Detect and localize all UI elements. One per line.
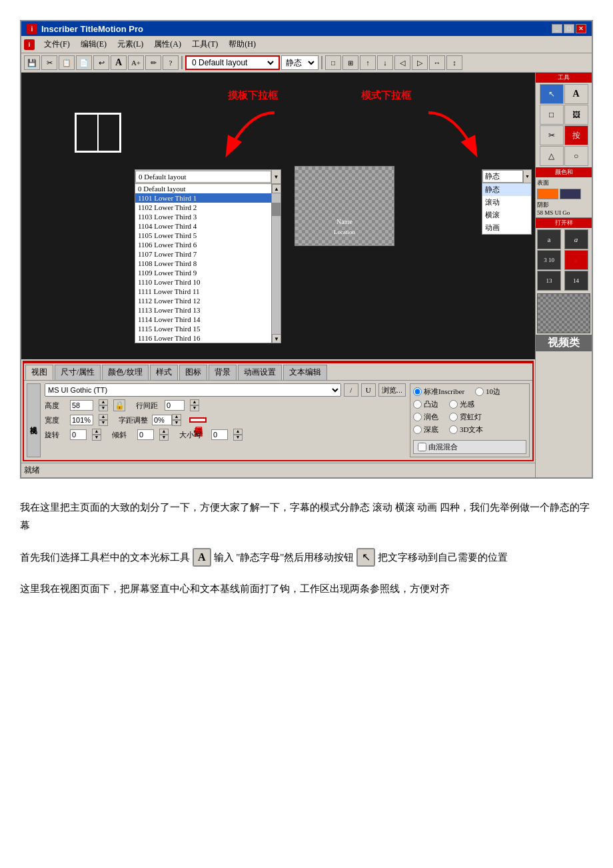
radio-standard[interactable] [413, 387, 422, 396]
font-item-a1[interactable]: a [537, 229, 561, 249]
align-up-btn[interactable]: ↑ [360, 55, 376, 70]
skew-input[interactable] [137, 429, 154, 440]
radio-polish[interactable] [413, 413, 422, 421]
rotate-input[interactable] [70, 429, 87, 440]
close-btn[interactable]: ✕ [576, 24, 586, 33]
tab-icon[interactable]: 图标 [179, 365, 207, 380]
font-item-num1[interactable]: 3 10 [537, 250, 561, 270]
list-item-1110[interactable]: 1110 Lower Third 10 [135, 277, 271, 287]
width-up[interactable]: ▲ [99, 414, 108, 420]
side-label[interactable]: 类视规格 [27, 383, 41, 457]
scrollbar-down[interactable]: ▼ [272, 334, 281, 343]
list-item-1111[interactable]: 1111 Lower Third 11 [135, 287, 271, 296]
tab-style[interactable]: 样式 [150, 365, 178, 380]
rect-tool[interactable]: □ [540, 105, 564, 125]
fullscreen-btn[interactable]: ⊞ [342, 55, 358, 70]
tool-btn-3b[interactable]: 按 [564, 125, 588, 145]
list-item-1104[interactable]: 1104 Lower Third 4 [135, 221, 271, 231]
height-down[interactable]: ▼ [99, 405, 108, 411]
menu-edit[interactable]: 编辑(E) [75, 37, 112, 51]
mode-hscroll[interactable]: 横滚 [482, 209, 531, 221]
menu-file[interactable]: 文件(F) [39, 37, 75, 51]
scrollbar-thumb[interactable] [272, 203, 281, 216]
height-up[interactable]: ▲ [99, 399, 108, 405]
tab-size[interactable]: 尺寸/属性 [55, 365, 101, 380]
mode-dropdown[interactable]: 静态 滚动 横滚 动画 [281, 55, 318, 70]
list-item-default[interactable]: 0 Default layout [135, 184, 271, 193]
radio-10edge[interactable] [475, 387, 484, 396]
align-down-btn[interactable]: ↓ [377, 55, 393, 70]
font-item-a2[interactable]: a [564, 229, 588, 249]
canvas-dropdown-arrow[interactable]: ▼ [271, 170, 281, 183]
mode-anim[interactable]: 动画 [482, 221, 531, 234]
text-format-btn[interactable]: A+ [128, 55, 144, 70]
case-input[interactable] [211, 429, 228, 440]
tab-anim[interactable]: 动画设置 [238, 365, 282, 380]
text-btn[interactable]: A [111, 55, 127, 70]
list-item-1105[interactable]: 1105 Lower Third 5 [135, 231, 271, 240]
undo-btn[interactable]: ↩ [93, 55, 109, 70]
rot-up[interactable]: ▲ [92, 429, 101, 435]
paste-btn[interactable]: 📄 [76, 55, 92, 70]
radio-dark[interactable] [413, 425, 422, 434]
font-item-red-a[interactable]: a [564, 250, 588, 270]
surface-swatch2[interactable] [560, 189, 581, 199]
list-item-1108[interactable]: 1108 Lower Third 8 [135, 259, 271, 268]
width-down[interactable]: ▼ [99, 420, 108, 426]
radio-convex[interactable] [413, 400, 422, 409]
sk-down[interactable]: ▼ [159, 435, 169, 441]
list-item-1101[interactable]: 1101 Lower Third 1 [135, 193, 271, 203]
canvas-dropdown-value[interactable]: 0 Default layout [135, 171, 271, 183]
surface-swatch[interactable] [537, 189, 558, 199]
font-item-num2[interactable]: 13 [537, 271, 561, 291]
ls-up[interactable]: ▲ [190, 399, 199, 405]
ls-down[interactable]: ▼ [190, 405, 199, 411]
rot-down[interactable]: ▼ [92, 435, 101, 441]
mode-scroll[interactable]: 滚动 [482, 196, 531, 209]
radio-3d[interactable] [449, 425, 458, 434]
image-tool[interactable]: 🖼 [564, 105, 588, 125]
tool-btn-3a[interactable]: ✂ [540, 125, 564, 145]
tool-btn-4a[interactable]: △ [540, 146, 564, 166]
list-item-1112[interactable]: 1112 Lower Third 12 [135, 296, 271, 305]
menu-tools[interactable]: 工具(T) [187, 37, 223, 51]
contract-btn[interactable]: ↕ [446, 55, 462, 70]
list-item-1116[interactable]: 1116 Lower Third 16 [135, 333, 271, 343]
expand-btn[interactable]: ↔ [429, 55, 445, 70]
text-tool[interactable]: A [564, 84, 588, 104]
pen-btn[interactable]: ✏ [145, 55, 161, 70]
help-btn[interactable]: ? [163, 55, 179, 70]
layout-select[interactable]: 0 Default layout [189, 57, 276, 68]
canvas-list-scrollbar[interactable]: ▲ ▼ [271, 184, 281, 343]
tab-text[interactable]: 文本编辑 [283, 365, 327, 380]
layout-dropdown[interactable]: 0 Default layout [185, 55, 280, 70]
view-btn[interactable]: □ [325, 55, 341, 70]
radio-neon[interactable] [449, 413, 458, 421]
cs-down[interactable]: ▼ [172, 420, 181, 426]
list-item-1103[interactable]: 1103 Lower Third 3 [135, 212, 271, 221]
blend-check[interactable] [418, 443, 426, 451]
list-item-1114[interactable]: 1114 Lower Third 14 [135, 315, 271, 324]
cut-btn[interactable]: ✂ [41, 55, 57, 70]
tab-view[interactable]: 视图 [25, 365, 53, 380]
italic-btn[interactable]: / [344, 383, 358, 397]
cs-up[interactable]: ▲ [172, 414, 181, 420]
list-item-1115[interactable]: 1115 Lower Third 15 [135, 324, 271, 333]
mode-select[interactable]: 静态 滚动 横滚 动画 [283, 57, 316, 68]
ca-down[interactable]: ▼ [233, 435, 243, 441]
canvas-mode-arrow[interactable]: ▼ [523, 171, 531, 183]
line-spacing-input[interactable] [165, 400, 185, 411]
cursor-tool[interactable]: ↖ [540, 84, 564, 104]
width-input[interactable] [70, 415, 93, 425]
menu-elements[interactable]: 元素(L) [112, 37, 149, 51]
char-spacing-input[interactable] [152, 415, 172, 425]
scrollbar-up[interactable]: ▲ [272, 184, 281, 193]
list-item-1107[interactable]: 1107 Lower Third 7 [135, 249, 271, 259]
save-btn[interactable]: 💾 [24, 55, 40, 70]
font-item-num3[interactable]: 14 [564, 271, 588, 291]
mode-static[interactable]: 静态 [482, 183, 531, 196]
list-item-1109[interactable]: 1109 Lower Third 9 [135, 268, 271, 277]
tool-btn-4b[interactable]: ○ [564, 146, 588, 166]
browse-btn[interactable]: 浏览... [378, 383, 406, 397]
font-name-dropdown[interactable]: MS UI Gothic (TT) [45, 383, 341, 397]
